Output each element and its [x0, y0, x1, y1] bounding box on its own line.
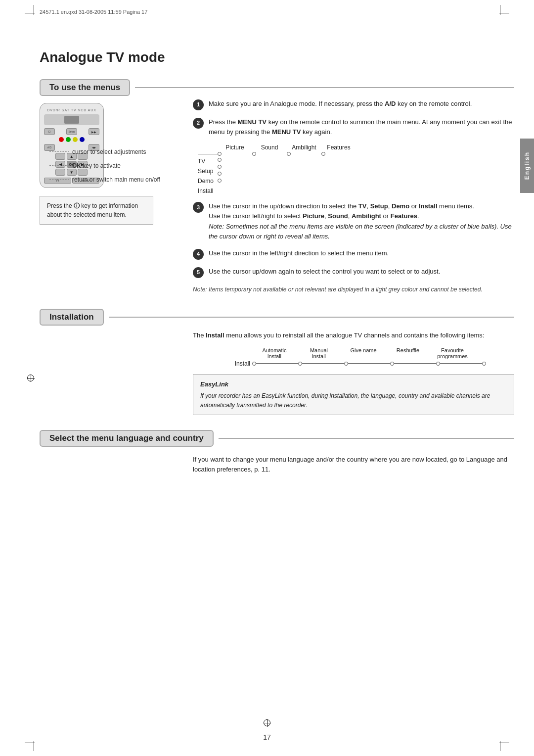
install-diagram: Automatic install Manual install Give na… — [222, 347, 514, 367]
annotation-dash-return — [49, 179, 69, 180]
italic-note-section1: Note: Items temporary not available or n… — [193, 285, 514, 294]
annotation-return: return or switch main menu on/off — [49, 176, 168, 183]
menu-diagram: Picture Sound Ambilight Features — [198, 144, 514, 194]
menu-dot-features — [321, 152, 325, 156]
language-tab: English — [520, 139, 534, 193]
remote-wrapper: DVD/R SAT TV VCB AUX CI Setup ▶▶ — [40, 103, 178, 186]
menu-row-dot-install — [218, 179, 222, 183]
menu-row-dot-tv — [218, 158, 222, 162]
annotation-ok-text: OK key to activate — [72, 162, 121, 169]
section-title-3: Select the menu language and country — [40, 430, 214, 447]
main-content: Analogue TV mode To use the menus DVD/R … — [40, 30, 514, 726]
step-num-4: 4 — [193, 249, 204, 260]
menu-header-picture: Picture — [218, 144, 252, 151]
menu-dot-sound — [252, 152, 256, 156]
menu-label-setup: Setup — [198, 168, 218, 175]
crop-mark-tr-v — [500, 5, 500, 15]
language-text: If you want to change your menu language… — [193, 455, 514, 474]
blue-button — [80, 137, 85, 142]
install-dot-4 — [436, 362, 440, 366]
right-column: 1 Make sure you are in Analogue mode. If… — [193, 99, 514, 294]
step-num-1: 1 — [193, 99, 204, 110]
installation-content: The Install menu allows you to reinstall… — [193, 331, 514, 415]
crop-mark-bl-h — [25, 743, 35, 743]
install-dot-3 — [390, 362, 394, 366]
crop-mark-bl-v — [34, 741, 34, 751]
menu-row-dot-setup — [218, 165, 222, 169]
step-num-3: 3 — [193, 202, 204, 213]
registration-mark-left — [27, 375, 34, 381]
install-seg-5 — [440, 363, 482, 364]
annotation-dash-cursor — [49, 151, 69, 152]
menu-label-demo: Demo — [198, 178, 218, 185]
two-col-layout: DVD/R SAT TV VCB AUX CI Setup ▶▶ — [40, 99, 514, 294]
page-title: Analogue TV mode — [40, 49, 514, 65]
install-line-segments — [256, 362, 486, 366]
remote-btn-ff: ▶▶ — [89, 128, 99, 135]
install-seg-4 — [394, 363, 436, 364]
installation-intro: The Install menu allows you to reinstall… — [193, 331, 514, 340]
install-line-row: Install — [222, 360, 514, 367]
remote-color-buttons — [44, 137, 99, 142]
menu-header-features: Features — [321, 144, 356, 151]
install-col-favourite: Favourite programmes — [430, 347, 475, 359]
page-number: 17 — [263, 733, 271, 741]
annotation-cursor-text: cursor to select adjustments — [72, 148, 146, 155]
install-col-reshuffle: Reshuffle — [386, 347, 430, 359]
remote-btn-ci: CI — [44, 128, 55, 135]
menu-label-tv: TV — [198, 158, 218, 165]
language-content: If you want to change your menu language… — [193, 455, 514, 474]
remote-top-buttons: CI Setup ▶▶ — [44, 128, 99, 135]
menu-label-install: Install — [198, 188, 218, 194]
install-seg-2 — [302, 363, 344, 364]
step-num-5: 5 — [193, 267, 204, 278]
section-header-row-2: Installation — [40, 309, 514, 326]
remote-btn-setup: Setup — [66, 128, 77, 135]
remote-top: DVD/R SAT TV VCB AUX — [44, 107, 99, 112]
crop-mark-tl-v — [34, 5, 34, 15]
annotations: cursor to select adjustments OK key to a… — [49, 148, 168, 186]
install-dot-end — [482, 362, 486, 366]
step-3: 3 Use the cursor in the up/down directio… — [193, 201, 514, 241]
step-text-2: Press the MENU TV key on the remote cont… — [209, 117, 514, 137]
step-text-5: Use the cursor up/down again to select t… — [209, 267, 514, 277]
install-seg-3 — [348, 363, 390, 364]
menu-line-tv — [198, 154, 218, 154]
install-dot-start — [252, 362, 256, 366]
left-column: DVD/R SAT TV VCB AUX CI Setup ▶▶ — [40, 99, 178, 294]
step-text-3: Use the cursor in the up/down direction … — [209, 201, 514, 241]
menu-dot-ambilight — [287, 152, 291, 156]
step-text-4: Use the cursor in the left/right directi… — [209, 248, 514, 258]
install-col-givename: Give name — [341, 347, 386, 359]
menu-header-ambilight: Ambilight — [287, 144, 321, 151]
crop-mark-tr-h — [499, 13, 509, 13]
green-button — [66, 137, 71, 142]
step-2: 2 Press the MENU TV key on the remote co… — [193, 117, 514, 137]
step-1: 1 Make sure you are in Analogue mode. If… — [193, 99, 514, 110]
menu-header-sound: Sound — [252, 144, 287, 151]
red-button — [59, 137, 64, 142]
annotation-return-text: return or switch main menu on/off — [72, 176, 160, 183]
page-header: 24571.1 en.qxd 31-08-2005 11:59 Pagina 1… — [40, 9, 147, 15]
annotation-cursor: cursor to select adjustments — [49, 148, 168, 155]
step-num-2: 2 — [193, 118, 204, 129]
remote-screen — [44, 114, 99, 125]
install-row-label: Install — [222, 360, 252, 367]
annotation-ok: OK key to activate — [49, 162, 168, 169]
install-seg-1 — [256, 363, 298, 364]
section-use-menus: To use the menus DVD/R SAT TV VCB AUX — [40, 79, 514, 294]
step-4: 4 Use the cursor in the left/right direc… — [193, 248, 514, 260]
install-dot-1 — [298, 362, 302, 366]
step-5: 5 Use the cursor up/down again to select… — [193, 267, 514, 278]
section-header-row-1: To use the menus — [40, 79, 514, 96]
easylink-text: If your recorder has an EasyLink functio… — [200, 391, 507, 410]
section-title-2: Installation — [40, 309, 104, 326]
install-header-row: Automatic install Manual install Give na… — [222, 347, 514, 359]
easylink-title: EasyLink — [200, 379, 507, 389]
install-col-manual: Manual install — [297, 347, 341, 359]
annotation-dash-ok — [49, 165, 69, 166]
section-language: Select the menu language and country If … — [40, 430, 514, 474]
crop-mark-br-v — [500, 741, 500, 751]
yellow-button — [73, 137, 78, 142]
section-title-1: To use the menus — [40, 79, 130, 96]
